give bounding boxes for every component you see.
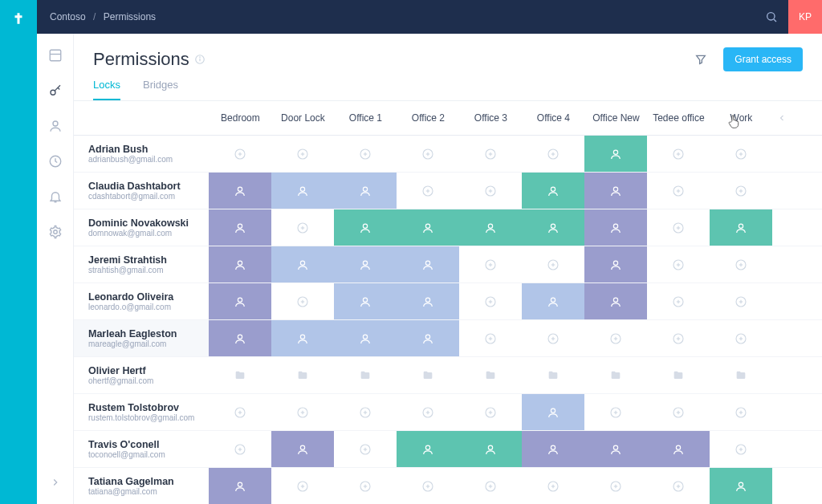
- permission-cell[interactable]: [522, 246, 584, 283]
- table-row[interactable]: Travis O'conelltoconoell@gmail.com: [74, 431, 822, 468]
- permission-cell[interactable]: [584, 320, 647, 357]
- permissions-grid[interactable]: BedroomDoor LockOffice 1Office 2Office 3…: [74, 101, 822, 504]
- expand-icon[interactable]: [47, 474, 64, 491]
- permission-cell[interactable]: [522, 173, 584, 209]
- permission-cell[interactable]: [584, 468, 647, 504]
- user-icon[interactable]: [47, 117, 64, 135]
- permission-cell[interactable]: [459, 357, 522, 394]
- add-icon[interactable]: [209, 394, 271, 430]
- user-permission-icon[interactable]: [584, 136, 647, 172]
- user-permission-icon[interactable]: [334, 320, 397, 356]
- add-icon[interactable]: [271, 209, 334, 246]
- folder-icon[interactable]: [522, 357, 584, 393]
- user-cell[interactable]: Leonardo Oliveiraleonardo.o@gmail.com: [74, 283, 209, 320]
- user-permission-icon[interactable]: [710, 209, 772, 246]
- permission-cell[interactable]: [209, 173, 271, 209]
- permission-cell[interactable]: [584, 357, 647, 394]
- add-icon[interactable]: [647, 246, 710, 282]
- add-icon[interactable]: [459, 246, 522, 282]
- add-icon[interactable]: [334, 431, 397, 467]
- permission-cell[interactable]: [584, 283, 647, 320]
- user-permission-icon[interactable]: [334, 246, 397, 282]
- permission-cell[interactable]: [522, 431, 584, 468]
- folder-icon[interactable]: [710, 357, 772, 393]
- permission-cell[interactable]: [209, 431, 271, 468]
- permission-cell[interactable]: [397, 283, 459, 320]
- breadcrumb[interactable]: Contoso / Permissions: [50, 11, 156, 22]
- permission-cell[interactable]: [459, 246, 522, 283]
- user-cell[interactable]: Adrian Bushadrianbush@gmail.com: [74, 136, 209, 173]
- permission-cell[interactable]: [271, 283, 334, 320]
- permission-cell[interactable]: [459, 468, 522, 504]
- permission-cell[interactable]: [584, 431, 647, 468]
- table-row[interactable]: Tatiana Gagelmantatiana@gmail.com: [74, 468, 822, 504]
- add-icon[interactable]: [710, 394, 772, 430]
- table-row[interactable]: Leonardo Oliveiraleonardo.o@gmail.com: [74, 283, 822, 320]
- user-cell[interactable]: Tatiana Gagelmantatiana@gmail.com: [74, 468, 209, 504]
- permission-cell[interactable]: [334, 283, 397, 320]
- info-icon[interactable]: [194, 54, 206, 65]
- permission-cell[interactable]: [459, 209, 522, 246]
- user-permission-icon[interactable]: [584, 209, 647, 246]
- table-row[interactable]: Marleah Eaglestonmareagle@gmail.com: [74, 320, 822, 357]
- folder-icon[interactable]: [459, 357, 522, 393]
- add-icon[interactable]: [522, 320, 584, 356]
- brand-logo[interactable]: [0, 0, 37, 504]
- add-icon[interactable]: [397, 394, 459, 430]
- table-row[interactable]: Jeremi Strahtishstrahtish@gmail.com: [74, 246, 822, 283]
- permission-cell[interactable]: [584, 209, 647, 246]
- user-permission-icon[interactable]: [209, 468, 271, 504]
- add-icon[interactable]: [459, 173, 522, 209]
- permission-cell[interactable]: [209, 246, 271, 283]
- user-permission-icon[interactable]: [710, 468, 772, 504]
- permission-cell[interactable]: [334, 136, 397, 173]
- add-icon[interactable]: [647, 136, 710, 172]
- add-icon[interactable]: [459, 320, 522, 356]
- add-icon[interactable]: [271, 394, 334, 430]
- bell-icon[interactable]: [47, 188, 64, 205]
- user-permission-icon[interactable]: [584, 246, 647, 282]
- user-cell[interactable]: Claudia Dashtabortcdashtabort@gmail.com: [74, 173, 209, 209]
- permission-cell[interactable]: [209, 283, 271, 320]
- tab-locks[interactable]: Locks: [93, 79, 120, 100]
- breadcrumb-current[interactable]: Permissions: [104, 11, 156, 22]
- permission-cell[interactable]: [647, 431, 710, 468]
- add-icon[interactable]: [271, 283, 334, 319]
- permission-cell[interactable]: [209, 468, 271, 504]
- user-permission-icon[interactable]: [522, 173, 584, 209]
- user-permission-icon[interactable]: [271, 320, 334, 356]
- add-icon[interactable]: [710, 246, 772, 282]
- column-header[interactable]: Door Lock: [271, 101, 334, 136]
- permission-cell[interactable]: [334, 246, 397, 283]
- permission-cell[interactable]: [209, 357, 271, 394]
- add-icon[interactable]: [647, 173, 710, 209]
- column-header[interactable]: Office 2: [397, 101, 459, 136]
- folder-icon[interactable]: [584, 357, 647, 393]
- user-permission-icon[interactable]: [647, 431, 710, 467]
- permission-cell[interactable]: [209, 394, 271, 431]
- permission-cell[interactable]: [710, 468, 772, 504]
- folder-icon[interactable]: [334, 357, 397, 393]
- user-permission-icon[interactable]: [397, 246, 459, 282]
- filter-icon[interactable]: [688, 47, 714, 72]
- user-cell[interactable]: Travis O'conelltoconoell@gmail.com: [74, 431, 209, 468]
- permission-cell[interactable]: [397, 173, 459, 209]
- add-icon[interactable]: [397, 173, 459, 209]
- user-permission-icon[interactable]: [271, 173, 334, 209]
- add-icon[interactable]: [209, 431, 271, 467]
- user-permission-icon[interactable]: [209, 209, 271, 246]
- add-icon[interactable]: [459, 468, 522, 504]
- add-icon[interactable]: [459, 283, 522, 319]
- user-permission-icon[interactable]: [397, 209, 459, 246]
- permission-cell[interactable]: [710, 431, 772, 468]
- add-icon[interactable]: [584, 468, 647, 504]
- user-permission-icon[interactable]: [334, 173, 397, 209]
- permission-cell[interactable]: [710, 136, 772, 173]
- permission-cell[interactable]: [459, 136, 522, 173]
- permission-cell[interactable]: [522, 320, 584, 357]
- add-icon[interactable]: [334, 468, 397, 504]
- table-row[interactable]: Adrian Bushadrianbush@gmail.com: [74, 136, 822, 173]
- column-header[interactable]: Office 1: [334, 101, 397, 136]
- add-icon[interactable]: [647, 209, 710, 246]
- user-cell[interactable]: Rustem Tolstobrovrustem.tolstobrov@gmail…: [74, 394, 209, 431]
